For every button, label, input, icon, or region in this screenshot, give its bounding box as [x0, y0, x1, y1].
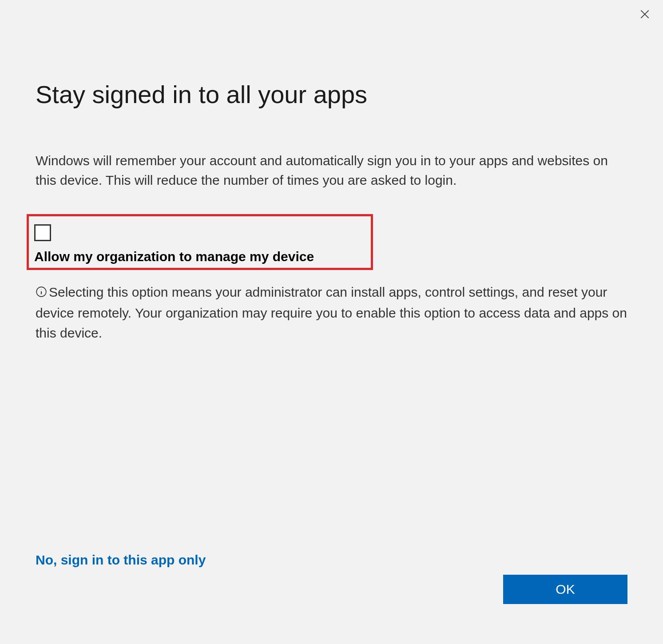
checkbox-row: Allow my organization to manage my devic…	[34, 224, 365, 264]
footer-inner: No, sign in to this app only OK	[36, 553, 627, 604]
info-text: Selecting this option means your adminis…	[36, 282, 627, 343]
close-icon	[639, 8, 651, 22]
dialog-footer: No, sign in to this app only OK	[36, 553, 627, 604]
checkbox-highlight-area: Allow my organization to manage my devic…	[27, 214, 373, 270]
allow-manage-checkbox[interactable]	[34, 224, 51, 241]
info-icon	[36, 283, 47, 303]
info-text-content: Selecting this option means your adminis…	[36, 285, 627, 340]
close-button[interactable]	[638, 8, 652, 22]
dialog-description: Windows will remember your account and a…	[36, 151, 627, 190]
dialog-title: Stay signed in to all your apps	[36, 80, 627, 109]
signin-app-only-link[interactable]: No, sign in to this app only	[36, 553, 206, 568]
ok-button[interactable]: OK	[503, 575, 627, 604]
dialog-content: Stay signed in to all your apps Windows …	[0, 0, 663, 343]
checkbox-label: Allow my organization to manage my devic…	[34, 249, 314, 264]
signin-dialog: Stay signed in to all your apps Windows …	[0, 0, 663, 644]
